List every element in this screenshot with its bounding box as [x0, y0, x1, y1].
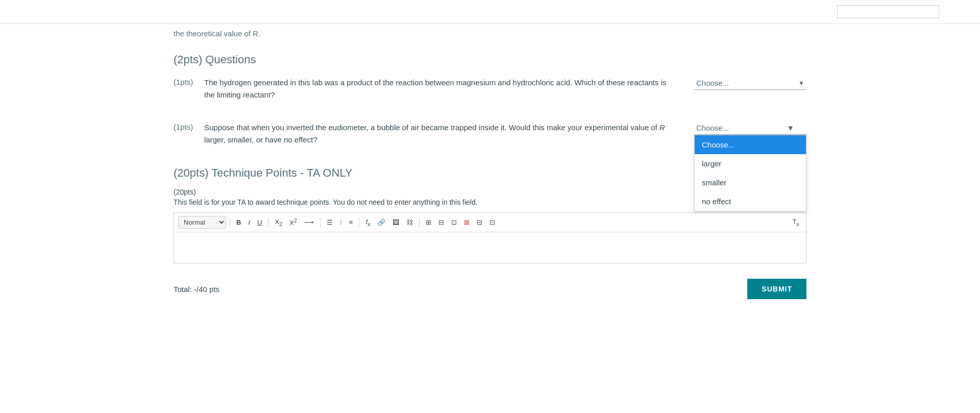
- toolbar-sep-2: [268, 218, 268, 227]
- toolbar-sep-1: [230, 218, 230, 227]
- editor-toolbar: Normal Heading 1 Heading 2 Heading 3 B I…: [174, 213, 806, 232]
- italic-button[interactable]: I: [246, 217, 253, 228]
- style-select[interactable]: Normal Heading 1 Heading 2 Heading 3: [178, 216, 226, 229]
- table-row-button[interactable]: ⊡: [449, 217, 459, 228]
- media-button[interactable]: ⛓: [404, 217, 415, 228]
- col-del-button[interactable]: ⊟: [474, 217, 485, 228]
- question-2-dropdown-label: Choose...: [696, 124, 729, 132]
- question-2-dropdown-trigger[interactable]: Choose... ▼: [694, 122, 806, 135]
- arrow-button[interactable]: ⟶: [302, 217, 316, 228]
- image-button[interactable]: 🖼: [390, 217, 402, 228]
- underline-button[interactable]: U: [255, 217, 264, 228]
- question-2-block: (1pts) Suppose that when you inverted th…: [174, 122, 806, 146]
- special-char-button[interactable]: ⊠: [461, 217, 472, 228]
- subscript-button[interactable]: X2: [272, 216, 285, 229]
- link-button[interactable]: 🔗: [375, 217, 388, 228]
- question-2-pts: (1pts): [174, 122, 204, 131]
- ordered-list-button[interactable]: ☰: [324, 217, 335, 228]
- question-1-pts: (1pts): [174, 77, 204, 86]
- q2-option-choose[interactable]: Choose...: [695, 135, 806, 154]
- top-input[interactable]: [837, 5, 939, 18]
- question-2-dropdown-list: Choose... larger smaller no effect: [694, 135, 806, 211]
- unordered-list-button[interactable]: ⁝: [337, 217, 345, 228]
- q2-option-smaller[interactable]: smaller: [695, 173, 806, 192]
- superscript-button[interactable]: X2: [287, 216, 300, 228]
- question-2-text-after: larger, smaller, or have no effect?: [204, 135, 317, 144]
- question-2-italic: R: [659, 123, 665, 132]
- truncated-text: the theoretical value of R.: [174, 29, 806, 38]
- q2-option-no-effect[interactable]: no effect: [695, 192, 806, 211]
- question-1-text: The hydrogen generated in this lab was a…: [204, 77, 674, 101]
- align-button[interactable]: ≡: [347, 217, 356, 228]
- clear-format-button[interactable]: Tx: [790, 216, 802, 229]
- row-del-button[interactable]: ⊡: [487, 217, 498, 228]
- submit-button[interactable]: SUBMIT: [747, 279, 806, 299]
- question-1-select[interactable]: Choose... magnesium hydrochloric acid: [694, 77, 806, 90]
- questions-section-header: (2pts) Questions: [174, 53, 806, 66]
- formula-button[interactable]: fx: [363, 216, 373, 229]
- question-1-select-wrapper: Choose... magnesium hydrochloric acid ▼: [694, 77, 806, 90]
- editor-body[interactable]: [174, 232, 806, 263]
- chevron-down-icon-2: ▼: [787, 124, 794, 132]
- table-button[interactable]: ⊞: [423, 217, 434, 228]
- toolbar-sep-5: [419, 218, 420, 227]
- question-2-dropdown-wrapper: Choose... ▼ Choose... larger smaller no …: [694, 122, 806, 135]
- rich-text-editor: Normal Heading 1 Heading 2 Heading 3 B I…: [174, 212, 806, 263]
- question-1-block: (1pts) The hydrogen generated in this la…: [174, 77, 806, 101]
- total-label: Total: -/40 pts: [174, 285, 219, 294]
- table-col-button[interactable]: ⊟: [436, 217, 447, 228]
- question-2-text-before: Suppose that when you inverted the eudio…: [204, 123, 659, 132]
- footer-bar: Total: -/40 pts SUBMIT: [174, 279, 806, 320]
- q2-option-larger[interactable]: larger: [695, 154, 806, 173]
- bold-button[interactable]: B: [234, 217, 243, 228]
- toolbar-sep-3: [320, 218, 321, 227]
- toolbar-sep-4: [359, 218, 359, 227]
- question-2-text: Suppose that when you inverted the eudio…: [204, 122, 674, 146]
